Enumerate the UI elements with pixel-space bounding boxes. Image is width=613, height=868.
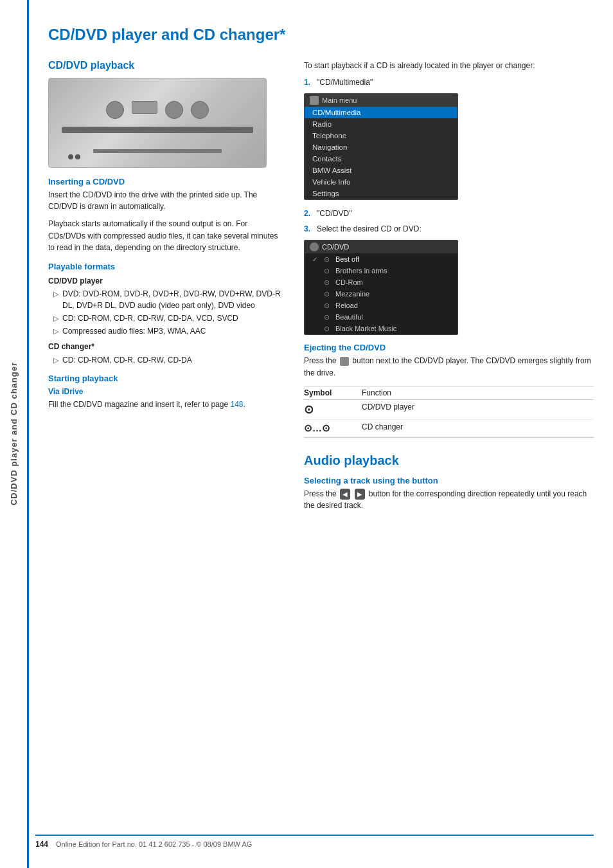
cddvd-item-label: Reload [335, 302, 358, 309]
disc-icon: ⊙ [324, 255, 332, 264]
playable-formats-title: Playable formats [48, 262, 286, 271]
cddvd-item-label: Beautiful [335, 313, 363, 321]
cd-changer-label: CD changer* [48, 341, 286, 353]
page-148-link[interactable]: 148 [230, 400, 243, 409]
cddvd-item: ⊙Reload [305, 300, 458, 311]
compressed-formats-item: ▷ Compressed audio files: MP3, WMA, AAC [53, 325, 286, 337]
via-idrive-title: Via iDrive [48, 387, 286, 396]
cddvd-item: ⊙Mezzanine [305, 288, 458, 300]
cd-dvd-playback-title: CD/DVD playback [48, 60, 286, 71]
menu-item: CD/Multimedia [305, 107, 458, 118]
main-menu-screenshot: Main menu CD/MultimediaRadioTelephoneNav… [304, 93, 458, 200]
menu-header-icon [310, 96, 319, 105]
table-col-symbol: Symbol [304, 388, 362, 397]
menu-item: Navigation [305, 141, 458, 153]
cd-changer-item: ▷ CD: CD-ROM, CD-R, CD-RW, CD-DA [53, 354, 286, 366]
table-row-2: ⊙…⊙ CD changer [304, 420, 594, 437]
audio-playback-title: Audio playback [304, 453, 594, 468]
step-2: 2. "CD/DVD" [304, 208, 594, 219]
cd-formats-item: ▷ CD: CD-ROM, CD-R, CD-RW, CD-DA, VCD, S… [53, 312, 286, 324]
menu-item: BMW Assist [305, 165, 458, 176]
cddvd-item: ✓⊙Best off [305, 253, 458, 265]
cd-changer-formats-text: CD: CD-ROM, CD-R, CD-RW, CD-DA [62, 354, 192, 366]
cd-drive-image [48, 78, 267, 168]
menu-item: Contacts [305, 153, 458, 165]
page-title: CD/DVD player and CD changer* [48, 26, 594, 44]
symbol-disc: ⊙ [304, 402, 362, 417]
cd-button-1 [106, 101, 124, 119]
disc-icon: ⊙ [324, 278, 332, 287]
table-row-1: ⊙ CD/DVD player [304, 400, 594, 420]
next-button: ▶ [355, 489, 365, 500]
via-idrive-text-span: Fill the CD/DVD magazine and insert it, … [48, 400, 230, 409]
cddvd-items-container: ✓⊙Best off⊙Brothers in arms⊙CD-Rom⊙Mezza… [305, 253, 458, 334]
function-cd-dvd-player: CD/DVD player [362, 402, 594, 417]
dvd-formats-text: DVD: DVD-ROM, DVD-R, DVD+R, DVD-RW, DVD+… [62, 288, 286, 311]
playback-intro-text: To start playback if a CD is already loc… [304, 60, 594, 72]
dvd-formats-item: ▷ DVD: DVD-ROM, DVD-R, DVD+R, DVD-RW, DV… [53, 288, 286, 311]
symbol-cd-changer: ⊙…⊙ [304, 422, 362, 434]
right-column: To start playback if a CD is already loc… [304, 60, 594, 517]
menu-header-label: Main menu [322, 96, 357, 104]
cddvd-header-icon [310, 242, 319, 251]
step-3: 3. Select the desired CD or DVD: [304, 223, 594, 235]
disc-icon: ⊙ [324, 302, 332, 310]
audio-section: Audio playback Selecting a track using t… [304, 453, 594, 512]
selecting-track-text: Press the ◀ ▶ button for the correspondi… [304, 488, 594, 512]
cd-button-3 [191, 101, 209, 119]
cddvd-screenshot: CD/DVD ✓⊙Best off⊙Brothers in arms⊙CD-Ro… [304, 240, 458, 335]
selecting-track-title: Selecting a track using the button [304, 476, 594, 485]
cddvd-item: ⊙Brothers in arms [305, 265, 458, 276]
footer-copyright: Online Edition for Part no. 01 41 2 602 … [56, 840, 252, 848]
disc-icon: ⊙ [324, 325, 332, 333]
bullet-arrow-1: ▷ [53, 289, 58, 311]
inserting-title: Inserting a CD/DVD [48, 177, 286, 186]
cddvd-item-label: Best off [335, 255, 359, 263]
page-number: 144 [35, 840, 48, 849]
step-1: 1. "CD/Multimedia" [304, 77, 594, 88]
cddvd-item-label: Brothers in arms [335, 267, 387, 275]
cddvd-item-label: CD-Rom [335, 278, 363, 286]
bullet-arrow-3: ▷ [53, 326, 58, 337]
cd-button-rect [132, 101, 157, 114]
symbol-table: Symbol Function ⊙ CD/DVD player ⊙…⊙ CD c… [304, 386, 594, 438]
ejecting-title: Ejecting the CD/DVD [304, 343, 594, 352]
cddvd-item: ⊙Beautiful [305, 311, 458, 323]
cddvd-label: CD/DVD [322, 243, 349, 251]
via-idrive-text: Fill the CD/DVD magazine and insert it, … [48, 399, 286, 411]
symbol-table-header: Symbol Function [304, 386, 594, 400]
ejecting-text: Press the button next to the CD/DVD play… [304, 355, 594, 379]
cd-button-2 [165, 101, 183, 119]
function-cd-changer: CD changer [362, 422, 594, 434]
sidebar: CD/DVD player and CD changer [0, 0, 27, 868]
starting-playback-title: Starting playback [48, 374, 286, 383]
disc-icon: ⊙ [324, 267, 332, 275]
table-col-function: Function [362, 388, 594, 397]
menu-item: Radio [305, 118, 458, 130]
menu-item: Vehicle Info [305, 176, 458, 188]
bullet-arrow-4: ▷ [53, 355, 58, 366]
sidebar-text: CD/DVD player and CD changer [9, 362, 19, 505]
cd-formats-text: CD: CD-ROM, CD-R, CD-RW, CD-DA, VCD, SVC… [62, 312, 238, 324]
sidebar-border [27, 0, 29, 868]
prev-button: ◀ [340, 489, 350, 500]
step-3-text: Select the desired CD or DVD: [317, 223, 422, 235]
menu-header: Main menu [305, 94, 458, 107]
menu-item: Settings [305, 188, 458, 199]
inserting-text-2: Playback starts automatically if the sou… [48, 218, 286, 254]
cddvd-item-label: Black Market Music [335, 325, 396, 332]
inserting-text-1: Insert the CD/DVD into the drive with th… [48, 189, 286, 213]
bullet-arrow-2: ▷ [53, 313, 58, 324]
cd-dvd-player-label: CD/DVD player [48, 275, 286, 287]
disc-icon: ⊙ [324, 313, 332, 321]
step-2-text: "CD/DVD" [317, 208, 352, 219]
cddvd-header: CD/DVD [305, 240, 458, 253]
disc-icon: ⊙ [324, 290, 332, 298]
cddvd-item: ⊙Black Market Music [305, 323, 458, 334]
check-icon: ✓ [312, 256, 320, 263]
left-column: CD/DVD playback [48, 60, 286, 517]
step-1-text: "CD/Multimedia" [317, 77, 373, 88]
menu-items-container: CD/MultimediaRadioTelephoneNavigationCon… [305, 107, 458, 199]
menu-item: Telephone [305, 130, 458, 141]
cddvd-item: ⊙CD-Rom [305, 276, 458, 288]
